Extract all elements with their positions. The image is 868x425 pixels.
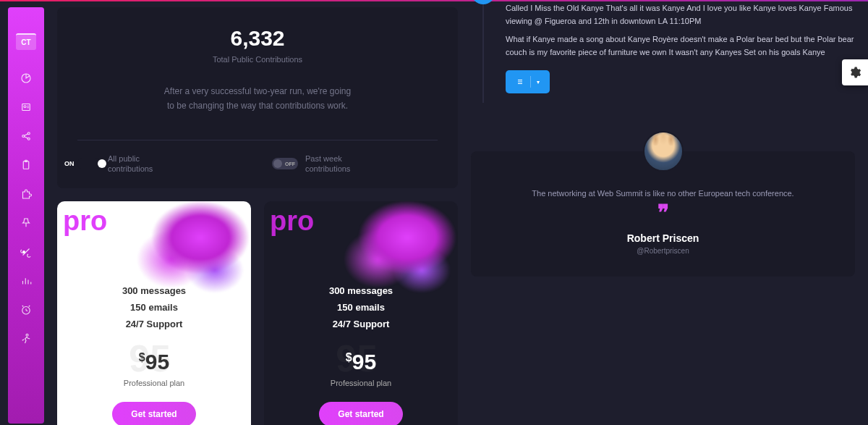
testimonial-text: The networking at Web Summit is like no …	[500, 188, 826, 201]
settings-fab[interactable]	[842, 59, 868, 85]
svg-point-8	[22, 135, 25, 138]
quote-marks-icon: ❞	[500, 206, 826, 219]
sidebar-item-puzzle[interactable]	[20, 188, 33, 201]
pricing-card-dark: pro 300 messages 150 emails 24/7 Support…	[264, 201, 458, 425]
svg-line-11	[25, 134, 28, 135]
gear-icon	[848, 66, 861, 79]
toggle-all-public-label: All publiccontributions	[108, 153, 153, 174]
pricing-feature-3: 24/7 Support	[277, 319, 445, 329]
contributions-card: 6,332 Total Public Contributions After a…	[57, 7, 458, 188]
pricing-cta-button[interactable]: Get started	[112, 402, 195, 425]
timeline-text-2: What if Kanye made a song about Kanye Ro…	[506, 33, 855, 59]
svg-line-12	[25, 137, 28, 138]
pricing-splash-decor	[114, 201, 251, 303]
timeline-item: ANOTHER TITLE Called I Miss the Old Kany…	[471, 0, 855, 93]
pricing-feature-3: 24/7 Support	[70, 319, 238, 329]
sidebar-item-profile[interactable]	[20, 101, 33, 114]
toggle-past-week-label: Past weekcontributions	[305, 153, 350, 174]
testimonial-handle: @Robertpriscen	[500, 247, 826, 255]
svg-line-22	[22, 306, 24, 307]
testimonial-card: The networking at Web Summit is like no …	[471, 151, 855, 277]
sidebar-item-alarm[interactable]	[20, 303, 33, 316]
toggle-past-week[interactable]: OFF	[272, 158, 298, 169]
svg-line-21	[26, 311, 27, 311]
svg-line-23	[29, 306, 30, 307]
pricing-feature-2: 150 emails	[70, 302, 238, 313]
avatar	[643, 131, 684, 172]
timeline-text-1: Called I Miss the Old Kanye That's all i…	[506, 2, 855, 28]
sidebar-app-badge[interactable]: CT	[16, 33, 35, 50]
testimonial-name: Robert Priscen	[500, 232, 826, 244]
svg-point-5	[24, 106, 26, 108]
pricing-cta-button[interactable]: Get started	[319, 402, 402, 425]
sidebar-item-chart[interactable]	[20, 72, 33, 85]
svg-rect-13	[23, 161, 29, 169]
svg-point-10	[27, 138, 30, 140]
toggle-all-public[interactable]: ON	[77, 158, 101, 169]
pricing-amount: 95 $95	[70, 350, 238, 374]
pricing-feature-2: 150 emails	[277, 302, 445, 313]
pricing-splash-decor	[320, 201, 458, 303]
pricing-badge: pro	[270, 206, 314, 237]
sidebar-item-share[interactable]	[20, 130, 33, 143]
timeline-line	[482, 0, 484, 103]
pricing-amount: 95 $95	[277, 350, 445, 374]
timeline-action-button[interactable]: ▾	[506, 70, 550, 93]
sidebar-item-pin[interactable]	[20, 216, 33, 230]
chevron-down-icon: ▾	[537, 79, 540, 85]
sidebar: CT	[8, 7, 44, 424]
svg-point-9	[27, 132, 30, 135]
contributions-label: Total Public Contributions	[77, 55, 438, 64]
pricing-badge: pro	[63, 206, 107, 237]
sidebar-item-run[interactable]	[20, 332, 33, 345]
list-icon	[516, 77, 524, 86]
contributions-description: After a very successful two-year run, we…	[142, 84, 373, 114]
svg-point-24	[26, 334, 28, 336]
sidebar-item-tools[interactable]	[20, 245, 33, 258]
sidebar-item-clipboard[interactable]	[20, 159, 33, 172]
sidebar-item-stats[interactable]	[20, 274, 33, 287]
contributions-count: 6,332	[77, 26, 438, 51]
timeline-dot-icon	[471, 0, 495, 4]
pricing-card-light: pro 300 messages 150 emails 24/7 Support…	[57, 201, 251, 425]
